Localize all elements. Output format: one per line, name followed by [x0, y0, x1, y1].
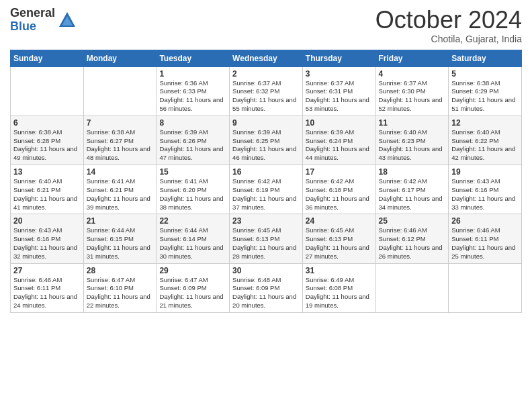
- calendar-cell: 6Sunrise: 6:38 AM Sunset: 6:28 PM Daylig…: [11, 116, 84, 165]
- header: General Blue October 2024 Chotila, Gujar…: [10, 7, 522, 44]
- calendar-cell: 25Sunrise: 6:46 AM Sunset: 6:12 PM Dayli…: [375, 214, 449, 263]
- location-subtitle: Chotila, Gujarat, India: [375, 34, 522, 44]
- calendar-cell: [449, 263, 522, 312]
- day-number: 30: [232, 266, 300, 275]
- day-detail: Sunrise: 6:47 AM Sunset: 6:10 PM Dayligh…: [87, 276, 154, 310]
- day-detail: Sunrise: 6:37 AM Sunset: 6:32 PM Dayligh…: [232, 79, 300, 113]
- month-title: October 2024: [375, 7, 522, 34]
- day-number: 6: [13, 118, 81, 128]
- day-number: 15: [159, 167, 226, 177]
- calendar-cell: 29Sunrise: 6:47 AM Sunset: 6:09 PM Dayli…: [157, 263, 230, 312]
- calendar-cell: 16Sunrise: 6:42 AM Sunset: 6:19 PM Dayli…: [230, 165, 303, 214]
- calendar-cell: 17Sunrise: 6:42 AM Sunset: 6:18 PM Dayli…: [302, 165, 375, 214]
- day-number: 27: [13, 266, 81, 275]
- logo: General Blue: [10, 7, 77, 34]
- calendar-header-row: Sunday Monday Tuesday Wednesday Thursday…: [11, 50, 522, 66]
- logo-text: General Blue: [10, 7, 55, 34]
- day-number: 21: [87, 216, 154, 226]
- day-detail: Sunrise: 6:41 AM Sunset: 6:21 PM Dayligh…: [87, 177, 154, 212]
- day-detail: Sunrise: 6:45 AM Sunset: 6:13 PM Dayligh…: [232, 226, 300, 261]
- day-detail: Sunrise: 6:47 AM Sunset: 6:09 PM Dayligh…: [159, 276, 226, 310]
- day-detail: Sunrise: 6:49 AM Sunset: 6:08 PM Dayligh…: [306, 276, 373, 310]
- day-detail: Sunrise: 6:40 AM Sunset: 6:23 PM Dayligh…: [379, 128, 446, 163]
- logo-blue: Blue: [10, 20, 55, 34]
- title-block: October 2024 Chotila, Gujarat, India: [375, 7, 522, 44]
- calendar-cell: 31Sunrise: 6:49 AM Sunset: 6:08 PM Dayli…: [302, 263, 375, 312]
- calendar-cell: [83, 66, 157, 116]
- day-detail: Sunrise: 6:40 AM Sunset: 6:22 PM Dayligh…: [451, 128, 519, 163]
- day-number: 18: [379, 167, 446, 177]
- day-number: 26: [451, 216, 519, 226]
- day-number: 2: [232, 69, 300, 79]
- calendar-cell: 14Sunrise: 6:41 AM Sunset: 6:21 PM Dayli…: [83, 165, 157, 214]
- day-detail: Sunrise: 6:48 AM Sunset: 6:09 PM Dayligh…: [232, 276, 300, 310]
- calendar-cell: 9Sunrise: 6:39 AM Sunset: 6:25 PM Daylig…: [230, 116, 303, 165]
- logo-icon: [58, 11, 77, 30]
- day-number: 10: [306, 118, 373, 128]
- calendar-cell: 26Sunrise: 6:46 AM Sunset: 6:11 PM Dayli…: [449, 214, 522, 263]
- col-sunday: Sunday: [11, 50, 84, 66]
- day-number: 3: [306, 69, 373, 79]
- day-number: 17: [306, 167, 373, 177]
- calendar-cell: 1Sunrise: 6:36 AM Sunset: 6:33 PM Daylig…: [157, 66, 230, 116]
- day-detail: Sunrise: 6:38 AM Sunset: 6:27 PM Dayligh…: [87, 128, 154, 163]
- calendar-cell: 4Sunrise: 6:37 AM Sunset: 6:30 PM Daylig…: [375, 66, 449, 116]
- day-detail: Sunrise: 6:42 AM Sunset: 6:19 PM Dayligh…: [232, 177, 300, 212]
- day-detail: Sunrise: 6:37 AM Sunset: 6:30 PM Dayligh…: [379, 79, 446, 113]
- day-detail: Sunrise: 6:43 AM Sunset: 6:16 PM Dayligh…: [13, 226, 81, 261]
- calendar-cell: 18Sunrise: 6:42 AM Sunset: 6:17 PM Dayli…: [375, 165, 449, 214]
- day-number: 23: [232, 216, 300, 226]
- calendar-cell: 7Sunrise: 6:38 AM Sunset: 6:27 PM Daylig…: [83, 116, 157, 165]
- day-detail: Sunrise: 6:39 AM Sunset: 6:24 PM Dayligh…: [306, 128, 373, 163]
- calendar-table: Sunday Monday Tuesday Wednesday Thursday…: [10, 50, 522, 313]
- col-tuesday: Tuesday: [157, 50, 230, 66]
- day-number: 28: [87, 266, 154, 275]
- calendar-cell: 13Sunrise: 6:40 AM Sunset: 6:21 PM Dayli…: [11, 165, 84, 214]
- day-number: 22: [159, 216, 226, 226]
- day-detail: Sunrise: 6:41 AM Sunset: 6:20 PM Dayligh…: [159, 177, 226, 212]
- calendar-cell: [375, 263, 449, 312]
- day-detail: Sunrise: 6:43 AM Sunset: 6:16 PM Dayligh…: [451, 177, 519, 212]
- calendar-cell: 20Sunrise: 6:43 AM Sunset: 6:16 PM Dayli…: [11, 214, 84, 263]
- calendar-cell: 8Sunrise: 6:39 AM Sunset: 6:26 PM Daylig…: [157, 116, 230, 165]
- day-number: 12: [451, 118, 519, 128]
- day-detail: Sunrise: 6:46 AM Sunset: 6:11 PM Dayligh…: [451, 226, 519, 261]
- day-detail: Sunrise: 6:36 AM Sunset: 6:33 PM Dayligh…: [159, 79, 226, 113]
- day-detail: Sunrise: 6:42 AM Sunset: 6:18 PM Dayligh…: [306, 177, 373, 212]
- day-number: 19: [451, 167, 519, 177]
- day-number: 13: [13, 167, 81, 177]
- col-wednesday: Wednesday: [230, 50, 303, 66]
- day-detail: Sunrise: 6:38 AM Sunset: 6:28 PM Dayligh…: [13, 128, 81, 163]
- day-number: 4: [379, 69, 446, 79]
- calendar-week-1: 1Sunrise: 6:36 AM Sunset: 6:33 PM Daylig…: [11, 66, 522, 116]
- day-detail: Sunrise: 6:39 AM Sunset: 6:25 PM Dayligh…: [232, 128, 300, 163]
- day-detail: Sunrise: 6:39 AM Sunset: 6:26 PM Dayligh…: [159, 128, 226, 163]
- col-thursday: Thursday: [302, 50, 375, 66]
- calendar-cell: 12Sunrise: 6:40 AM Sunset: 6:22 PM Dayli…: [449, 116, 522, 165]
- day-number: 29: [159, 266, 226, 275]
- day-number: 11: [379, 118, 446, 128]
- day-detail: Sunrise: 6:40 AM Sunset: 6:21 PM Dayligh…: [13, 177, 81, 212]
- calendar-cell: 2Sunrise: 6:37 AM Sunset: 6:32 PM Daylig…: [230, 66, 303, 116]
- day-number: 25: [379, 216, 446, 226]
- day-number: 9: [232, 118, 300, 128]
- day-number: 5: [451, 69, 519, 79]
- calendar-cell: [11, 66, 84, 116]
- calendar-cell: 19Sunrise: 6:43 AM Sunset: 6:16 PM Dayli…: [449, 165, 522, 214]
- day-detail: Sunrise: 6:46 AM Sunset: 6:12 PM Dayligh…: [379, 226, 446, 261]
- day-detail: Sunrise: 6:45 AM Sunset: 6:13 PM Dayligh…: [306, 226, 373, 261]
- calendar-cell: 21Sunrise: 6:44 AM Sunset: 6:15 PM Dayli…: [83, 214, 157, 263]
- calendar-cell: 23Sunrise: 6:45 AM Sunset: 6:13 PM Dayli…: [230, 214, 303, 263]
- calendar-cell: 27Sunrise: 6:46 AM Sunset: 6:11 PM Dayli…: [11, 263, 84, 312]
- calendar-cell: 15Sunrise: 6:41 AM Sunset: 6:20 PM Dayli…: [157, 165, 230, 214]
- day-detail: Sunrise: 6:37 AM Sunset: 6:31 PM Dayligh…: [306, 79, 373, 113]
- col-friday: Friday: [375, 50, 449, 66]
- col-monday: Monday: [83, 50, 157, 66]
- logo-general: General: [10, 7, 55, 20]
- day-number: 8: [159, 118, 226, 128]
- calendar-cell: 11Sunrise: 6:40 AM Sunset: 6:23 PM Dayli…: [375, 116, 449, 165]
- day-number: 14: [87, 167, 154, 177]
- day-number: 1: [159, 69, 226, 79]
- day-number: 20: [13, 216, 81, 226]
- day-detail: Sunrise: 6:44 AM Sunset: 6:14 PM Dayligh…: [159, 226, 226, 261]
